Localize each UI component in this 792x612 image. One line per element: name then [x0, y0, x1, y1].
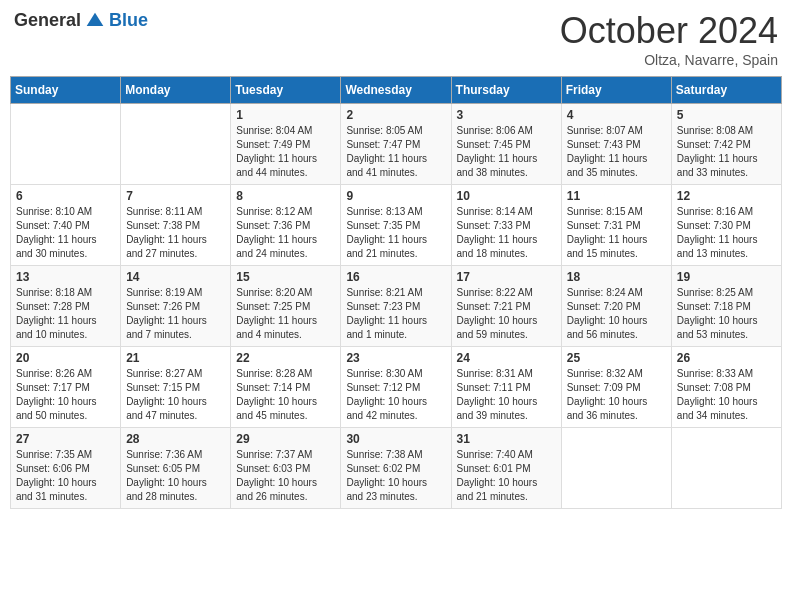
calendar-header: SundayMondayTuesdayWednesdayThursdayFrid…	[11, 77, 782, 104]
calendar-cell: 30Sunrise: 7:38 AM Sunset: 6:02 PM Dayli…	[341, 428, 451, 509]
day-info: Sunrise: 8:13 AM Sunset: 7:35 PM Dayligh…	[346, 205, 445, 261]
calendar-cell: 2Sunrise: 8:05 AM Sunset: 7:47 PM Daylig…	[341, 104, 451, 185]
calendar-cell: 17Sunrise: 8:22 AM Sunset: 7:21 PM Dayli…	[451, 266, 561, 347]
calendar-week-row: 6Sunrise: 8:10 AM Sunset: 7:40 PM Daylig…	[11, 185, 782, 266]
day-info: Sunrise: 8:10 AM Sunset: 7:40 PM Dayligh…	[16, 205, 115, 261]
day-number: 30	[346, 432, 445, 446]
calendar-cell: 22Sunrise: 8:28 AM Sunset: 7:14 PM Dayli…	[231, 347, 341, 428]
day-number: 16	[346, 270, 445, 284]
calendar-cell: 20Sunrise: 8:26 AM Sunset: 7:17 PM Dayli…	[11, 347, 121, 428]
calendar-cell: 28Sunrise: 7:36 AM Sunset: 6:05 PM Dayli…	[121, 428, 231, 509]
day-info: Sunrise: 8:24 AM Sunset: 7:20 PM Dayligh…	[567, 286, 666, 342]
day-info: Sunrise: 7:36 AM Sunset: 6:05 PM Dayligh…	[126, 448, 225, 504]
day-info: Sunrise: 7:35 AM Sunset: 6:06 PM Dayligh…	[16, 448, 115, 504]
day-info: Sunrise: 8:28 AM Sunset: 7:14 PM Dayligh…	[236, 367, 335, 423]
day-number: 19	[677, 270, 776, 284]
day-info: Sunrise: 8:33 AM Sunset: 7:08 PM Dayligh…	[677, 367, 776, 423]
day-number: 29	[236, 432, 335, 446]
calendar-cell: 26Sunrise: 8:33 AM Sunset: 7:08 PM Dayli…	[671, 347, 781, 428]
day-info: Sunrise: 8:07 AM Sunset: 7:43 PM Dayligh…	[567, 124, 666, 180]
weekday-header: Monday	[121, 77, 231, 104]
day-number: 31	[457, 432, 556, 446]
logo: General Blue	[14, 10, 148, 31]
logo-text-general: General	[14, 10, 81, 31]
day-number: 24	[457, 351, 556, 365]
day-number: 8	[236, 189, 335, 203]
calendar-cell: 12Sunrise: 8:16 AM Sunset: 7:30 PM Dayli…	[671, 185, 781, 266]
day-info: Sunrise: 8:32 AM Sunset: 7:09 PM Dayligh…	[567, 367, 666, 423]
day-info: Sunrise: 8:16 AM Sunset: 7:30 PM Dayligh…	[677, 205, 776, 261]
calendar-cell: 13Sunrise: 8:18 AM Sunset: 7:28 PM Dayli…	[11, 266, 121, 347]
calendar-cell: 23Sunrise: 8:30 AM Sunset: 7:12 PM Dayli…	[341, 347, 451, 428]
calendar-cell: 29Sunrise: 7:37 AM Sunset: 6:03 PM Dayli…	[231, 428, 341, 509]
calendar-cell: 25Sunrise: 8:32 AM Sunset: 7:09 PM Dayli…	[561, 347, 671, 428]
day-number: 14	[126, 270, 225, 284]
day-info: Sunrise: 8:15 AM Sunset: 7:31 PM Dayligh…	[567, 205, 666, 261]
weekday-header: Tuesday	[231, 77, 341, 104]
day-info: Sunrise: 8:06 AM Sunset: 7:45 PM Dayligh…	[457, 124, 556, 180]
calendar-table: SundayMondayTuesdayWednesdayThursdayFrid…	[10, 76, 782, 509]
calendar-cell	[671, 428, 781, 509]
day-info: Sunrise: 8:25 AM Sunset: 7:18 PM Dayligh…	[677, 286, 776, 342]
weekday-header: Wednesday	[341, 77, 451, 104]
page-header: General Blue October 2024 Oltza, Navarre…	[10, 10, 782, 68]
calendar-cell: 31Sunrise: 7:40 AM Sunset: 6:01 PM Dayli…	[451, 428, 561, 509]
svg-marker-0	[87, 12, 104, 25]
day-info: Sunrise: 8:05 AM Sunset: 7:47 PM Dayligh…	[346, 124, 445, 180]
day-info: Sunrise: 8:14 AM Sunset: 7:33 PM Dayligh…	[457, 205, 556, 261]
day-info: Sunrise: 8:26 AM Sunset: 7:17 PM Dayligh…	[16, 367, 115, 423]
day-info: Sunrise: 8:20 AM Sunset: 7:25 PM Dayligh…	[236, 286, 335, 342]
calendar-week-row: 13Sunrise: 8:18 AM Sunset: 7:28 PM Dayli…	[11, 266, 782, 347]
day-number: 11	[567, 189, 666, 203]
calendar-cell: 3Sunrise: 8:06 AM Sunset: 7:45 PM Daylig…	[451, 104, 561, 185]
calendar-cell	[561, 428, 671, 509]
day-number: 6	[16, 189, 115, 203]
calendar-cell: 14Sunrise: 8:19 AM Sunset: 7:26 PM Dayli…	[121, 266, 231, 347]
day-number: 15	[236, 270, 335, 284]
calendar-week-row: 1Sunrise: 8:04 AM Sunset: 7:49 PM Daylig…	[11, 104, 782, 185]
day-number: 21	[126, 351, 225, 365]
day-info: Sunrise: 8:18 AM Sunset: 7:28 PM Dayligh…	[16, 286, 115, 342]
day-number: 4	[567, 108, 666, 122]
day-info: Sunrise: 8:27 AM Sunset: 7:15 PM Dayligh…	[126, 367, 225, 423]
day-number: 26	[677, 351, 776, 365]
weekday-header: Friday	[561, 77, 671, 104]
calendar-cell: 24Sunrise: 8:31 AM Sunset: 7:11 PM Dayli…	[451, 347, 561, 428]
day-info: Sunrise: 8:22 AM Sunset: 7:21 PM Dayligh…	[457, 286, 556, 342]
weekday-header: Sunday	[11, 77, 121, 104]
day-number: 22	[236, 351, 335, 365]
day-info: Sunrise: 8:11 AM Sunset: 7:38 PM Dayligh…	[126, 205, 225, 261]
calendar-cell: 6Sunrise: 8:10 AM Sunset: 7:40 PM Daylig…	[11, 185, 121, 266]
day-number: 13	[16, 270, 115, 284]
day-info: Sunrise: 8:12 AM Sunset: 7:36 PM Dayligh…	[236, 205, 335, 261]
day-info: Sunrise: 8:30 AM Sunset: 7:12 PM Dayligh…	[346, 367, 445, 423]
day-number: 20	[16, 351, 115, 365]
day-info: Sunrise: 8:19 AM Sunset: 7:26 PM Dayligh…	[126, 286, 225, 342]
logo-icon	[85, 11, 105, 31]
day-info: Sunrise: 8:04 AM Sunset: 7:49 PM Dayligh…	[236, 124, 335, 180]
day-number: 9	[346, 189, 445, 203]
weekday-header: Thursday	[451, 77, 561, 104]
calendar-cell: 21Sunrise: 8:27 AM Sunset: 7:15 PM Dayli…	[121, 347, 231, 428]
day-info: Sunrise: 7:38 AM Sunset: 6:02 PM Dayligh…	[346, 448, 445, 504]
calendar-cell: 18Sunrise: 8:24 AM Sunset: 7:20 PM Dayli…	[561, 266, 671, 347]
calendar-cell: 11Sunrise: 8:15 AM Sunset: 7:31 PM Dayli…	[561, 185, 671, 266]
day-number: 18	[567, 270, 666, 284]
day-number: 10	[457, 189, 556, 203]
day-info: Sunrise: 8:31 AM Sunset: 7:11 PM Dayligh…	[457, 367, 556, 423]
calendar-cell: 1Sunrise: 8:04 AM Sunset: 7:49 PM Daylig…	[231, 104, 341, 185]
calendar-cell: 15Sunrise: 8:20 AM Sunset: 7:25 PM Dayli…	[231, 266, 341, 347]
day-number: 17	[457, 270, 556, 284]
calendar-week-row: 27Sunrise: 7:35 AM Sunset: 6:06 PM Dayli…	[11, 428, 782, 509]
calendar-cell: 8Sunrise: 8:12 AM Sunset: 7:36 PM Daylig…	[231, 185, 341, 266]
calendar-body: 1Sunrise: 8:04 AM Sunset: 7:49 PM Daylig…	[11, 104, 782, 509]
day-number: 25	[567, 351, 666, 365]
day-info: Sunrise: 7:37 AM Sunset: 6:03 PM Dayligh…	[236, 448, 335, 504]
day-number: 27	[16, 432, 115, 446]
day-info: Sunrise: 7:40 AM Sunset: 6:01 PM Dayligh…	[457, 448, 556, 504]
calendar-cell: 27Sunrise: 7:35 AM Sunset: 6:06 PM Dayli…	[11, 428, 121, 509]
calendar-cell: 19Sunrise: 8:25 AM Sunset: 7:18 PM Dayli…	[671, 266, 781, 347]
day-number: 1	[236, 108, 335, 122]
day-info: Sunrise: 8:08 AM Sunset: 7:42 PM Dayligh…	[677, 124, 776, 180]
calendar-cell: 4Sunrise: 8:07 AM Sunset: 7:43 PM Daylig…	[561, 104, 671, 185]
